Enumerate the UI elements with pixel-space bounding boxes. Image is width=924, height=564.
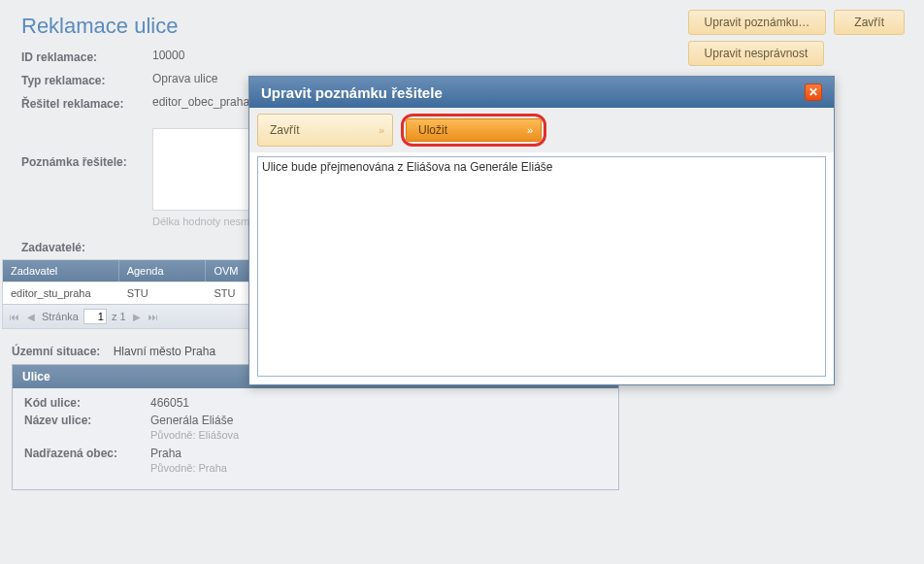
uzemni-label: Územní situace: [12,345,100,358]
obec-label: Nadřazená obec: [24,447,150,460]
nazev-old: Původně: Eliášova [150,429,607,441]
pager-of: z 1 [112,311,126,322]
cell-zadavatel: editor_stu_praha [3,282,119,304]
chevron-right-icon: » [379,124,382,136]
id-label: ID reklamace: [21,49,152,64]
col-zadavatel[interactable]: Zadavatel [3,260,119,282]
nazev-label: Název ulice: [24,414,150,427]
col-agenda[interactable]: Agenda [119,260,207,282]
note-label: Poznámka řešitele: [21,128,152,169]
modal-close-button[interactable]: Zavřít » [257,114,393,147]
edit-note-button[interactable]: Upravit poznámku… [688,10,827,35]
type-value: Oprava ulice [152,72,217,85]
obec-value: Praha [150,447,182,460]
kod-value: 466051 [150,396,189,410]
modal-title: Upravit poznámku řešitele [261,84,443,101]
pager-label: Stránka [42,311,79,322]
id-value: 10000 [152,49,184,62]
solver-value: editor_obec_praha [152,95,249,109]
edit-wrong-button[interactable]: Upravit nesprávnost [688,41,825,66]
obec-old: Původně: Praha [150,462,607,474]
close-page-button[interactable]: Zavřít [834,10,905,35]
modal-close-button-label: Zavřít [270,123,300,137]
pager-next-icon[interactable]: ▶ [131,310,143,323]
uzemni-value: Hlavní město Praha [114,345,215,358]
pager-first-icon[interactable]: ⏮ [9,310,20,323]
modal-save-button-label: Uložit [418,123,447,137]
edit-note-modal: Upravit poznámku řešitele ✕ Zavřít » Ulo… [248,76,835,385]
type-label: Typ reklamace: [21,72,152,87]
cell-agenda: STU [119,282,207,304]
modal-close-icon[interactable]: ✕ [805,83,822,101]
pager-prev-icon[interactable]: ◀ [25,310,37,323]
pager-page-input[interactable] [83,309,107,324]
save-highlight: Uložit » [401,114,546,147]
nazev-value: Generála Eliáše [150,414,233,427]
solver-label: Řešitel reklamace: [21,95,152,111]
chevron-right-icon: » [527,124,531,136]
modal-save-button[interactable]: Uložit » [406,118,542,142]
pager-last-icon[interactable]: ⏭ [148,310,159,323]
kod-label: Kód ulice: [24,396,150,410]
modal-note-textarea[interactable] [257,156,826,377]
